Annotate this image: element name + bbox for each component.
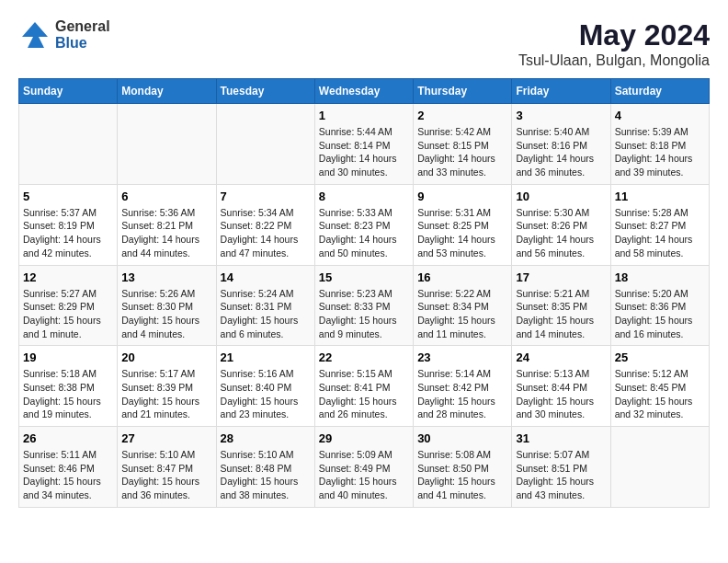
day-info: Sunrise: 5:31 AMSunset: 8:25 PMDaylight:… — [417, 206, 507, 260]
day-info: Sunrise: 5:15 AMSunset: 8:41 PMDaylight:… — [319, 367, 409, 421]
day-number: 7 — [221, 190, 311, 203]
day-info: Sunrise: 5:07 AMSunset: 8:51 PMDaylight:… — [516, 448, 606, 502]
day-info: Sunrise: 5:42 AMSunset: 8:15 PMDaylight:… — [417, 125, 507, 179]
week-row-1: 1Sunrise: 5:44 AMSunset: 8:14 PMDaylight… — [19, 104, 710, 185]
day-info: Sunrise: 5:18 AMSunset: 8:38 PMDaylight:… — [23, 367, 113, 421]
day-info: Sunrise: 5:36 AMSunset: 8:21 PMDaylight:… — [121, 206, 211, 260]
calendar-cell: 25Sunrise: 5:12 AMSunset: 8:45 PMDayligh… — [610, 346, 709, 427]
day-info: Sunrise: 5:21 AMSunset: 8:35 PMDaylight:… — [516, 287, 606, 341]
calendar-cell — [19, 104, 118, 185]
day-info: Sunrise: 5:14 AMSunset: 8:42 PMDaylight:… — [417, 367, 507, 421]
calendar-cell: 6Sunrise: 5:36 AMSunset: 8:21 PMDaylight… — [118, 184, 216, 265]
subtitle: Tsul-Ulaan, Bulgan, Mongolia — [518, 52, 710, 69]
calendar-cell: 7Sunrise: 5:34 AMSunset: 8:22 PMDaylight… — [216, 184, 314, 265]
week-row-5: 26Sunrise: 5:11 AMSunset: 8:46 PMDayligh… — [19, 427, 710, 508]
day-number: 18 — [615, 270, 705, 284]
calendar-cell: 10Sunrise: 5:30 AMSunset: 8:26 PMDayligh… — [512, 184, 610, 265]
calendar-cell: 15Sunrise: 5:23 AMSunset: 8:33 PMDayligh… — [314, 265, 413, 346]
calendar-cell: 8Sunrise: 5:33 AMSunset: 8:23 PMDaylight… — [314, 184, 413, 265]
calendar-cell — [118, 104, 216, 185]
calendar-body: 1Sunrise: 5:44 AMSunset: 8:14 PMDaylight… — [19, 104, 710, 508]
day-number: 16 — [417, 270, 507, 284]
day-info: Sunrise: 5:12 AMSunset: 8:45 PMDaylight:… — [615, 367, 705, 421]
day-info: Sunrise: 5:44 AMSunset: 8:14 PMDaylight:… — [319, 125, 409, 179]
day-number: 10 — [516, 190, 606, 203]
calendar-cell: 24Sunrise: 5:13 AMSunset: 8:44 PMDayligh… — [512, 346, 610, 427]
logo-blue: Blue — [55, 35, 110, 52]
calendar-cell — [216, 104, 314, 185]
day-number: 8 — [319, 190, 409, 203]
main-title: May 2024 — [518, 18, 710, 52]
calendar-cell: 22Sunrise: 5:15 AMSunset: 8:41 PMDayligh… — [314, 346, 413, 427]
calendar-cell: 28Sunrise: 5:10 AMSunset: 8:48 PMDayligh… — [216, 427, 314, 508]
logo-general: General — [55, 18, 110, 35]
day-number: 21 — [221, 350, 311, 364]
day-info: Sunrise: 5:28 AMSunset: 8:27 PMDaylight:… — [615, 206, 705, 260]
day-number: 30 — [417, 431, 507, 445]
day-number: 27 — [121, 431, 211, 445]
calendar-cell: 26Sunrise: 5:11 AMSunset: 8:46 PMDayligh… — [19, 427, 118, 508]
title-block: May 2024 Tsul-Ulaan, Bulgan, Mongolia — [518, 18, 710, 69]
calendar-cell: 3Sunrise: 5:40 AMSunset: 8:16 PMDaylight… — [512, 104, 610, 185]
day-number: 13 — [121, 270, 211, 284]
day-info: Sunrise: 5:20 AMSunset: 8:36 PMDaylight:… — [615, 287, 705, 341]
day-info: Sunrise: 5:24 AMSunset: 8:31 PMDaylight:… — [221, 287, 311, 341]
day-info: Sunrise: 5:26 AMSunset: 8:30 PMDaylight:… — [121, 287, 211, 341]
day-info: Sunrise: 5:37 AMSunset: 8:19 PMDaylight:… — [23, 206, 113, 260]
day-number: 1 — [319, 109, 409, 122]
day-info: Sunrise: 5:34 AMSunset: 8:22 PMDaylight:… — [221, 206, 311, 260]
day-number: 15 — [319, 270, 409, 284]
day-number: 29 — [319, 431, 409, 445]
header-saturday: Saturday — [610, 79, 709, 104]
calendar-cell: 13Sunrise: 5:26 AMSunset: 8:30 PMDayligh… — [118, 265, 216, 346]
day-info: Sunrise: 5:33 AMSunset: 8:23 PMDaylight:… — [319, 206, 409, 260]
svg-marker-0 — [22, 22, 48, 48]
day-number: 6 — [121, 190, 211, 203]
calendar-table: Sunday Monday Tuesday Wednesday Thursday… — [18, 78, 710, 508]
day-number: 12 — [23, 270, 113, 284]
calendar-cell: 23Sunrise: 5:14 AMSunset: 8:42 PMDayligh… — [414, 346, 512, 427]
day-number: 26 — [23, 431, 113, 445]
day-info: Sunrise: 5:08 AMSunset: 8:50 PMDaylight:… — [417, 448, 507, 502]
day-number: 19 — [23, 350, 113, 364]
header-row: Sunday Monday Tuesday Wednesday Thursday… — [19, 79, 710, 104]
calendar-cell — [610, 427, 709, 508]
week-row-3: 12Sunrise: 5:27 AMSunset: 8:29 PMDayligh… — [19, 265, 710, 346]
day-info: Sunrise: 5:17 AMSunset: 8:39 PMDaylight:… — [121, 367, 211, 421]
calendar-cell: 11Sunrise: 5:28 AMSunset: 8:27 PMDayligh… — [610, 184, 709, 265]
day-number: 9 — [417, 190, 507, 203]
calendar-cell: 31Sunrise: 5:07 AMSunset: 8:51 PMDayligh… — [512, 427, 610, 508]
calendar-cell: 29Sunrise: 5:09 AMSunset: 8:49 PMDayligh… — [314, 427, 413, 508]
day-number: 3 — [516, 109, 606, 122]
calendar-header: Sunday Monday Tuesday Wednesday Thursday… — [19, 79, 710, 104]
logo: General Blue — [18, 18, 110, 52]
calendar-cell: 30Sunrise: 5:08 AMSunset: 8:50 PMDayligh… — [414, 427, 512, 508]
calendar-cell: 5Sunrise: 5:37 AMSunset: 8:19 PMDaylight… — [19, 184, 118, 265]
day-number: 17 — [516, 270, 606, 284]
day-info: Sunrise: 5:10 AMSunset: 8:47 PMDaylight:… — [121, 448, 211, 502]
week-row-2: 5Sunrise: 5:37 AMSunset: 8:19 PMDaylight… — [19, 184, 710, 265]
day-number: 20 — [121, 350, 211, 364]
day-info: Sunrise: 5:09 AMSunset: 8:49 PMDaylight:… — [319, 448, 409, 502]
calendar-cell: 12Sunrise: 5:27 AMSunset: 8:29 PMDayligh… — [19, 265, 118, 346]
calendar-cell: 19Sunrise: 5:18 AMSunset: 8:38 PMDayligh… — [19, 346, 118, 427]
day-number: 5 — [23, 190, 113, 203]
page-header: General Blue May 2024 Tsul-Ulaan, Bulgan… — [18, 18, 710, 69]
calendar-cell: 20Sunrise: 5:17 AMSunset: 8:39 PMDayligh… — [118, 346, 216, 427]
calendar-cell: 9Sunrise: 5:31 AMSunset: 8:25 PMDaylight… — [414, 184, 512, 265]
calendar-cell: 1Sunrise: 5:44 AMSunset: 8:14 PMDaylight… — [314, 104, 413, 185]
header-wednesday: Wednesday — [314, 79, 413, 104]
header-thursday: Thursday — [414, 79, 512, 104]
header-tuesday: Tuesday — [216, 79, 314, 104]
day-number: 25 — [615, 350, 705, 364]
day-info: Sunrise: 5:27 AMSunset: 8:29 PMDaylight:… — [23, 287, 113, 341]
day-info: Sunrise: 5:23 AMSunset: 8:33 PMDaylight:… — [319, 287, 409, 341]
day-info: Sunrise: 5:10 AMSunset: 8:48 PMDaylight:… — [221, 448, 311, 502]
calendar-cell: 21Sunrise: 5:16 AMSunset: 8:40 PMDayligh… — [216, 346, 314, 427]
day-number: 24 — [516, 350, 606, 364]
header-sunday: Sunday — [19, 79, 118, 104]
logo-text: General Blue — [55, 18, 110, 51]
day-number: 4 — [615, 109, 705, 122]
calendar-cell: 27Sunrise: 5:10 AMSunset: 8:47 PMDayligh… — [118, 427, 216, 508]
day-info: Sunrise: 5:11 AMSunset: 8:46 PMDaylight:… — [23, 448, 113, 502]
